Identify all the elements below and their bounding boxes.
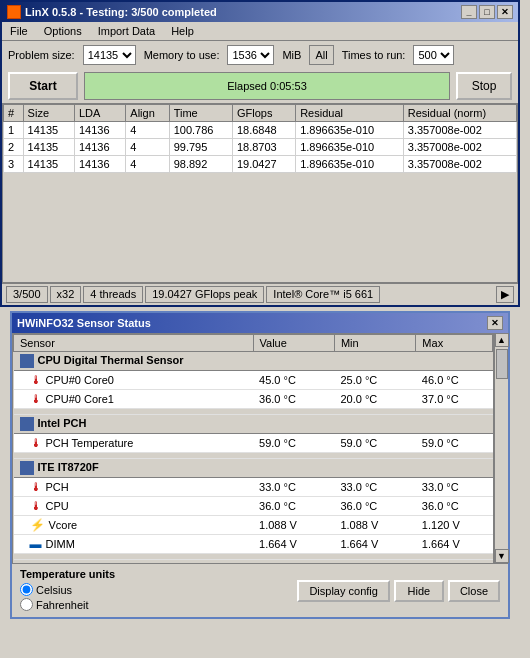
temp-footer: Temperature units Celsius Fahrenheit Dis… [12,563,508,617]
status-threads: 4 threads [83,286,143,303]
menu-file[interactable]: File [7,24,31,38]
table-cell: 18.8703 [232,139,295,156]
linx-toolbar: Problem size: 14135 Memory to use: 1536 … [2,41,518,69]
table-cell: 14135 [23,156,74,173]
display-config-button[interactable]: Display config [297,580,389,602]
sensor-max: 36.0 °C [416,497,493,516]
sensor-max: 46.0 °C [416,371,493,390]
progress-bar: Elapsed 0:05:53 [84,72,450,100]
linx-minimize-button[interactable]: _ [461,5,477,19]
sensor-data-row: 🌡PCH Temperature59.0 °C59.0 °C59.0 °C [14,434,493,453]
sensor-data-row: 🌡PCH33.0 °C33.0 °C33.0 °C [14,478,493,497]
linx-window: LinX 0.5.8 - Testing: 3/500 completed _ … [0,0,520,307]
table-cell: 3.357008e-002 [403,156,516,173]
stop-button[interactable]: Stop [456,72,512,100]
hwinfo-close-button[interactable]: ✕ [487,316,503,330]
sensor-max: 1.120 V [416,516,493,535]
linx-close-button[interactable]: ✕ [497,5,513,19]
status-arrow-icon[interactable]: ▶ [496,286,514,303]
hide-button[interactable]: Hide [394,580,444,602]
table-cell: 99.795 [169,139,232,156]
table-cell: 2 [4,139,24,156]
start-button[interactable]: Start [8,72,78,100]
problem-size-select[interactable]: 14135 [83,45,136,65]
results-table: # Size LDA Align Time GFlops Residual Re… [3,104,517,173]
sensor-name: 🌡CPU [14,497,254,516]
linx-action-bar: Start Elapsed 0:05:53 Stop [2,69,518,103]
col-header-residual-norm: Residual (norm) [403,105,516,122]
sensor-name: 🌡PCH Temperature [14,434,254,453]
scroll-thumb[interactable] [496,349,508,379]
col-header-lda: LDA [74,105,125,122]
times-select[interactable]: 500 [413,45,454,65]
sensor-max: 59.0 °C [416,434,493,453]
hwinfo-title-text: HWiNFO32 Sensor Status [17,317,151,329]
menu-options[interactable]: Options [41,24,85,38]
mib-label: MiB [282,49,301,61]
sensor-max: 37.0 °C [416,390,493,409]
col-header-time: Time [169,105,232,122]
linx-title-bar: LinX 0.5.8 - Testing: 3/500 completed _ … [2,2,518,22]
sensor-col-min: Min [334,335,415,352]
linx-status-bar: 3/500 x32 4 threads 19.0427 GFlops peak … [2,283,518,305]
table-cell: 98.892 [169,156,232,173]
table-cell: 14136 [74,139,125,156]
table-cell: 4 [126,139,169,156]
all-button[interactable]: All [309,45,333,65]
linx-title-left: LinX 0.5.8 - Testing: 3/500 completed [7,5,217,19]
sensor-value: 59.0 °C [253,434,334,453]
status-progress: 3/500 [6,286,48,303]
group-spacer [14,554,493,560]
scroll-down-button[interactable]: ▼ [495,549,509,563]
col-header-gflops: GFlops [232,105,295,122]
sensor-group-row: ITE IT8720F [14,459,493,478]
sensor-table: Sensor Value Min Max CPU Digital Thermal… [13,334,493,560]
linx-app-icon [7,5,21,19]
sensor-min: 1.088 V [334,516,415,535]
sensor-max: 33.0 °C [416,478,493,497]
elapsed-text: Elapsed 0:05:53 [227,80,307,92]
sensor-name: ▬DIMM [14,535,254,554]
sensor-content: Sensor Value Min Max CPU Digital Thermal… [12,333,508,563]
sensor-min: 1.664 V [334,535,415,554]
table-cell: 19.0427 [232,156,295,173]
sensor-scrollbar: ▲ ▼ [494,333,508,563]
temp-units-group: Temperature units Celsius Fahrenheit [20,568,115,613]
footer-buttons: Display config Hide Close [297,580,500,602]
sensor-col-value: Value [253,335,334,352]
linx-maximize-button[interactable]: □ [479,5,495,19]
table-row: 31413514136498.89219.04271.896635e-0103.… [4,156,517,173]
fahrenheit-label: Fahrenheit [36,599,89,611]
scroll-up-button[interactable]: ▲ [495,333,509,347]
linx-title-buttons: _ □ ✕ [461,5,513,19]
table-cell: 1.896635e-010 [296,156,404,173]
sensor-min: 20.0 °C [334,390,415,409]
celsius-radio[interactable] [20,583,33,596]
sensor-min: 25.0 °C [334,371,415,390]
col-header-num: # [4,105,24,122]
fahrenheit-radio[interactable] [20,598,33,611]
sensor-max: 1.664 V [416,535,493,554]
table-cell: 1.896635e-010 [296,139,404,156]
table-row: 21413514136499.79518.87031.896635e-0103.… [4,139,517,156]
sensor-min: 59.0 °C [334,434,415,453]
table-cell: 14135 [23,139,74,156]
problem-size-label: Problem size: [8,49,75,61]
sensor-data-row: ⚡Vcore1.088 V1.088 V1.120 V [14,516,493,535]
sensor-data-row: 🌡CPU36.0 °C36.0 °C36.0 °C [14,497,493,516]
table-cell: 14136 [74,156,125,173]
results-table-wrapper: # Size LDA Align Time GFlops Residual Re… [2,103,518,283]
sensor-table-wrapper: Sensor Value Min Max CPU Digital Thermal… [12,333,494,563]
linx-menu-bar: File Options Import Data Help [2,22,518,41]
status-cpu: Intel® Core™ i5 661 [266,286,380,303]
menu-help[interactable]: Help [168,24,197,38]
table-cell: 14135 [23,122,74,139]
table-row: 114135141364100.78618.68481.896635e-0103… [4,122,517,139]
close-button[interactable]: Close [448,580,500,602]
table-cell: 3 [4,156,24,173]
fahrenheit-radio-label[interactable]: Fahrenheit [20,598,115,611]
memory-select[interactable]: 1536 [227,45,274,65]
times-label: Times to run: [342,49,406,61]
celsius-radio-label[interactable]: Celsius [20,583,115,596]
menu-import-data[interactable]: Import Data [95,24,158,38]
